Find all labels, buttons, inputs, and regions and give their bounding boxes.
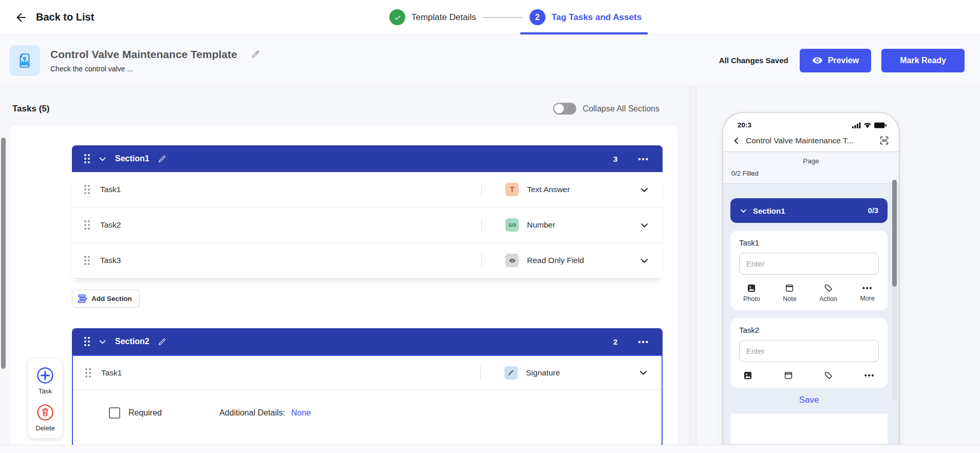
step-template-details[interactable]: Template Details (389, 0, 476, 34)
step-connector (483, 17, 522, 18)
chevron-down-icon[interactable] (639, 185, 649, 195)
drag-handle-icon[interactable] (84, 220, 90, 230)
mobile-preview-panel: 20:3 Control Valve Maintenance T... Page (696, 86, 980, 453)
divider (481, 254, 482, 267)
section2-task-count: 2 (613, 337, 617, 346)
phone-task-input[interactable] (739, 340, 879, 362)
add-task-button[interactable]: Task (36, 366, 54, 395)
photo-action-button[interactable]: Photo (743, 284, 760, 303)
phone-task-name: Task2 (739, 326, 879, 334)
wifi-icon (863, 122, 872, 128)
active-step-underline (520, 32, 648, 34)
template-subtitle: Check the control valve ... (50, 65, 260, 73)
phone-task-name: Task1 (739, 238, 879, 247)
chevron-down-icon[interactable] (639, 220, 649, 230)
sections-card: Section1 3 ••• Task1 T Text Answer (9, 126, 678, 453)
chevron-down-icon[interactable] (638, 368, 648, 378)
step-tag-tasks-and-assets[interactable]: 2 Tag Tasks and Assets (530, 0, 642, 34)
phone-time: 20:3 (738, 121, 751, 129)
edit-section-icon[interactable] (158, 155, 166, 163)
divider (481, 218, 482, 232)
phone-scrollbar-thumb[interactable] (892, 180, 897, 287)
section1-task-count: 3 (613, 155, 617, 163)
step2-number-badge: 2 (530, 9, 545, 25)
section-actions-card: Task Delete (28, 359, 62, 438)
phone-screen: Page 0/2 Filled Section1 0/3 Task1 (723, 151, 899, 453)
tag-icon (824, 284, 833, 293)
required-checkbox[interactable] (109, 407, 120, 419)
tasks-panel: Tasks (5) Collapse All Sections Section1… (0, 86, 689, 453)
additional-details-link[interactable]: None (291, 408, 311, 418)
phone-bottom-area (730, 413, 888, 444)
tag-icon (824, 371, 833, 380)
chevron-down-icon[interactable] (98, 155, 107, 163)
main-scrollbar-thumb[interactable] (1, 138, 6, 369)
task-type-label: Signature (526, 368, 560, 378)
task-row-selected[interactable]: Task1 Signature (73, 356, 662, 390)
photo-icon (747, 284, 756, 293)
main-area: Tasks (5) Collapse All Sections Section1… (0, 86, 980, 453)
stepper: Template Details 2 Tag Tasks and Assets (389, 0, 642, 34)
chevron-down-icon[interactable] (98, 337, 107, 346)
required-label: Required (128, 408, 162, 418)
horizontal-scrollbar-track[interactable] (0, 445, 980, 453)
edit-title-icon[interactable] (251, 49, 260, 59)
task-row[interactable]: Task1 T Text Answer (72, 172, 663, 207)
section2-header[interactable]: Section2 2 ••• (72, 328, 663, 355)
drag-handle-icon[interactable] (84, 154, 90, 163)
section-menu-icon[interactable]: ••• (638, 155, 649, 163)
note-action-button[interactable]: Note (783, 284, 796, 303)
task-name: Task2 (100, 220, 121, 230)
tasks-heading: Tasks (5) (12, 104, 49, 114)
add-section-button[interactable]: Add Section (72, 290, 140, 308)
task-type-label: Text Answer (527, 185, 570, 194)
drag-handle-icon[interactable] (85, 368, 91, 378)
collapse-all-toggle[interactable] (553, 103, 576, 115)
delete-label: Delete (35, 424, 55, 432)
drag-handle-icon[interactable] (84, 185, 90, 194)
more-dots-icon: ••• (864, 371, 875, 380)
photo-action-button[interactable] (743, 371, 752, 380)
section2-name: Section2 (115, 337, 149, 346)
note-icon (785, 284, 794, 293)
phone-section-name: Section1 (753, 206, 785, 215)
drag-handle-icon[interactable] (84, 256, 90, 265)
action-tag-button[interactable] (824, 371, 833, 380)
edit-section-icon[interactable] (158, 337, 166, 346)
preview-button[interactable]: Preview (800, 49, 871, 72)
action-tag-button[interactable]: Action (819, 284, 837, 303)
drag-handle-icon[interactable] (84, 337, 90, 346)
note-action-button[interactable] (784, 371, 793, 380)
phone-section-header[interactable]: Section1 0/3 (730, 198, 888, 223)
save-status: All Changes Saved (719, 56, 788, 65)
section-menu-icon[interactable]: ••• (638, 337, 649, 346)
chevron-down-icon[interactable] (639, 256, 649, 266)
number-type-icon: 123 (505, 218, 519, 232)
eye-icon (812, 55, 823, 66)
more-action-button[interactable]: ••• More (860, 284, 875, 303)
additional-details-label: Additional Details: (219, 408, 285, 418)
phone-task-input[interactable] (739, 253, 879, 275)
plus-circle-icon (36, 366, 54, 385)
cellular-signal-icon (852, 122, 861, 128)
section1-header[interactable]: Section1 3 ••• (72, 145, 663, 172)
selected-task-container: Task1 Signature Require (72, 355, 663, 450)
more-action-button[interactable]: ••• (864, 371, 875, 380)
back-chevron-icon[interactable] (732, 137, 741, 145)
text-answer-icon: T (505, 183, 519, 196)
main-scrollbar-track[interactable] (689, 86, 696, 453)
back-to-list-button[interactable]: Back to List (14, 11, 94, 24)
task-name: Task1 (100, 185, 121, 194)
task-row[interactable]: Task2 123 Number (72, 207, 663, 243)
template-icon (9, 45, 40, 76)
delete-button[interactable]: Delete (35, 403, 55, 432)
scan-icon[interactable] (879, 135, 890, 146)
phone-save-button[interactable]: Save (799, 395, 819, 405)
trash-icon (36, 403, 54, 422)
page-title: Control Valve Maintenance Template (50, 48, 237, 61)
section-block-1: Section1 3 ••• Task1 T Text Answer (72, 145, 663, 278)
mark-ready-button[interactable]: Mark Ready (881, 49, 965, 72)
task-row[interactable]: Task3 Read Only Field (72, 243, 663, 278)
section1-name: Section1 (115, 154, 149, 163)
back-arrow-icon (14, 11, 28, 24)
